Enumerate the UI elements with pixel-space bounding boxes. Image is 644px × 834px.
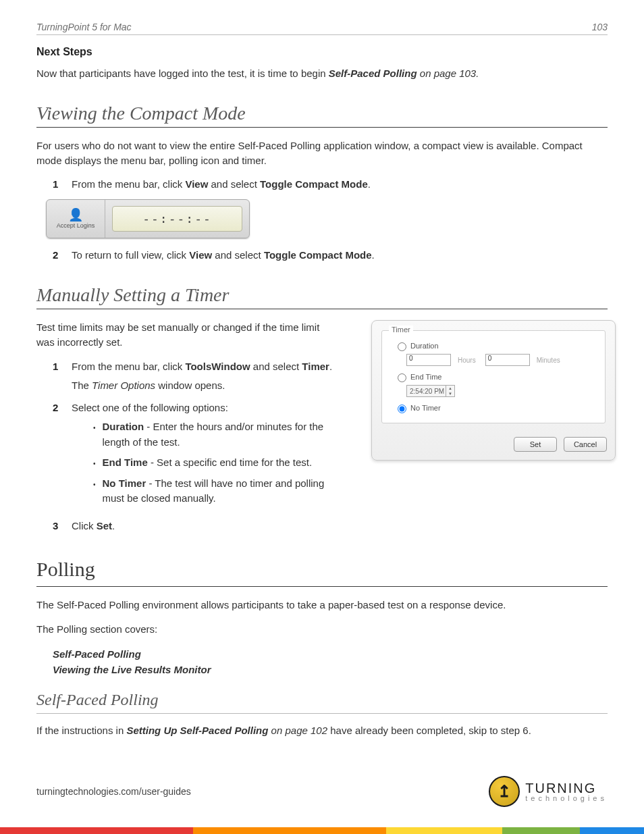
compact-mode-screenshot: 👤 Accept Logins --:--:-- (46, 199, 250, 238)
self-paced-heading: Self-Paced Polling (36, 691, 608, 709)
page-number: 103 (592, 22, 608, 32)
end-time-radio-row[interactable]: End Time (394, 371, 597, 382)
polling-paragraph-2: The Polling section covers: (36, 622, 608, 637)
compact-mode-paragraph: For users who do not want to view the en… (36, 138, 608, 168)
section-rule (36, 586, 608, 587)
stepper-arrows-icon[interactable]: ▲▼ (446, 386, 454, 396)
turning-logo: ↥ TURNING technologies (489, 776, 608, 807)
no-timer-radio[interactable] (398, 405, 406, 413)
end-time-radio[interactable] (398, 373, 406, 382)
timer-step-2: 2 Select one of the following options: D… (53, 400, 333, 512)
self-paced-paragraph: If the instructions in Setting Up Self-P… (36, 723, 608, 738)
hours-input[interactable]: 0 (406, 354, 451, 366)
footer-color-strip (0, 827, 644, 834)
page-footer: turningtechnologies.com/user-guides ↥ TU… (36, 776, 608, 807)
section-rule (36, 309, 608, 309)
no-timer-radio-row[interactable]: No Timer (394, 402, 597, 413)
doc-title: TurningPoint 5 for Mac (36, 22, 132, 32)
compact-step-2: 2 To return to full view, click View and… (53, 248, 608, 263)
timer-option-end-time: End Time - Set a specific end time for t… (93, 455, 333, 471)
timer-display: --:--:-- (112, 206, 242, 232)
timer-step-1: 1 From the menu bar, click ToolsWindow a… (53, 359, 333, 394)
next-steps-heading: Next Steps (36, 46, 608, 58)
set-button[interactable]: Set (514, 437, 557, 452)
duration-radio[interactable] (398, 342, 406, 351)
duration-radio-row[interactable]: Duration (394, 340, 597, 351)
polling-link-live-results[interactable]: Viewing the Live Results Monitor (53, 662, 608, 677)
timer-step-3: 3 Click Set. (53, 519, 333, 534)
polling-heading: Polling (36, 558, 608, 581)
end-time-spinner[interactable]: 2:54:20 PM ▲▼ (406, 385, 455, 397)
person-icon: 👤 (68, 209, 83, 221)
timer-options-dialog: Timer Duration 0 Hours 0 Minutes End Tim… (371, 320, 616, 461)
compact-mode-heading: Viewing the Compact Mode (36, 103, 608, 124)
minutes-input[interactable]: 0 (485, 354, 530, 366)
timer-group-label: Timer (389, 325, 413, 334)
logo-mark-icon: ↥ (489, 776, 520, 807)
running-header: TurningPoint 5 for Mac 103 (36, 22, 608, 35)
timer-option-no-timer: No Timer - The test will have no timer a… (93, 476, 333, 506)
setting-up-link[interactable]: Setting Up Self-Paced Polling (126, 725, 268, 736)
section-rule (36, 127, 608, 128)
timer-option-duration: Duration - Enter the hours and/or minute… (93, 419, 333, 450)
self-paced-polling-link[interactable]: Self-Paced Polling (329, 68, 417, 79)
minutes-unit-label: Minutes (537, 357, 560, 364)
cancel-button[interactable]: Cancel (564, 437, 607, 452)
timer-heading: Manually Setting a Timer (36, 284, 608, 306)
polling-paragraph-1: The Self-Paced Polling environment allow… (36, 598, 608, 613)
footer-url: turningtechnologies.com/user-guides (36, 786, 191, 797)
accept-logins-button: 👤 Accept Logins (47, 200, 105, 238)
compact-step-1: 1 From the menu bar, click View and sele… (53, 177, 608, 192)
subsection-rule (36, 713, 608, 714)
timer-paragraph: Test time limits may be set manually or … (36, 320, 333, 350)
intro-paragraph: Now that participants have logged into t… (36, 66, 608, 81)
hours-unit-label: Hours (458, 357, 476, 364)
polling-link-self-paced[interactable]: Self-Paced Polling (53, 646, 608, 662)
